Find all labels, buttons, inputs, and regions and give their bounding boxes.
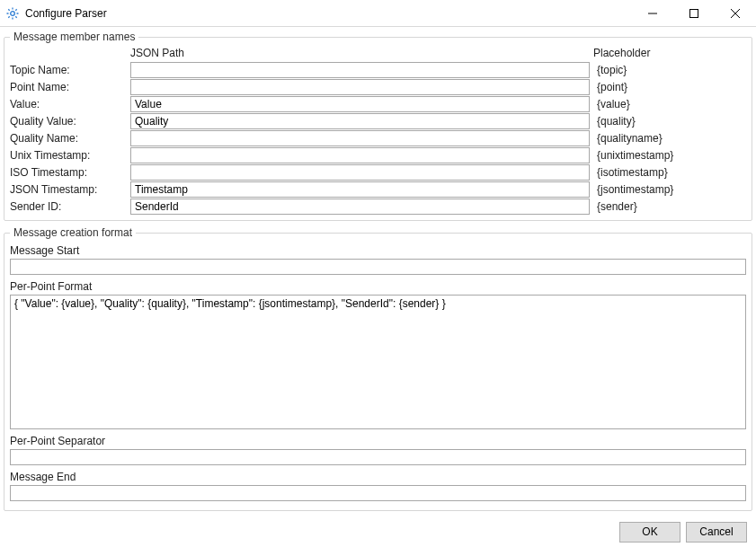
dialog-footer: OK Cancel bbox=[4, 516, 752, 547]
unix-timestamp-placeholder: {unixtimestamp} bbox=[593, 149, 746, 162]
quality-name-placeholder: {qualityname} bbox=[593, 132, 746, 145]
minimize-button[interactable] bbox=[632, 0, 673, 27]
message-start-label: Message Start bbox=[10, 244, 746, 257]
per-point-format-label: Per-Point Format bbox=[10, 280, 746, 293]
maximize-button[interactable] bbox=[673, 0, 715, 27]
json-timestamp-input[interactable] bbox=[130, 181, 590, 198]
creation-format-legend: Message creation format bbox=[10, 226, 136, 239]
gear-icon bbox=[5, 6, 20, 21]
iso-timestamp-placeholder: {isotimestamp} bbox=[593, 166, 746, 179]
row-label: Sender ID: bbox=[10, 200, 127, 213]
row-label: Value: bbox=[10, 98, 127, 110]
unix-timestamp-input[interactable] bbox=[130, 147, 590, 163]
value-input[interactable] bbox=[130, 96, 590, 112]
quality-value-input[interactable] bbox=[130, 113, 590, 129]
quality-name-input[interactable] bbox=[130, 130, 590, 146]
placeholder-header: Placeholder bbox=[593, 47, 746, 61]
sender-id-placeholder: {sender} bbox=[593, 200, 746, 213]
per-point-separator-input[interactable] bbox=[10, 449, 746, 465]
close-button[interactable] bbox=[715, 0, 756, 27]
window-title: Configure Parser bbox=[25, 7, 107, 20]
member-names-legend: Message member names bbox=[10, 31, 138, 43]
message-end-label: Message End bbox=[10, 471, 746, 483]
topic-name-placeholder: {topic} bbox=[593, 64, 746, 76]
row-label: Quality Value: bbox=[10, 115, 127, 128]
titlebar: Configure Parser bbox=[0, 0, 756, 27]
svg-point-0 bbox=[11, 11, 15, 15]
json-path-header: JSON Path bbox=[130, 47, 590, 61]
ok-button[interactable]: OK bbox=[619, 522, 680, 543]
row-label: JSON Timestamp: bbox=[10, 183, 127, 196]
window: Configure Parser Message member names JS… bbox=[0, 0, 756, 547]
topic-name-input[interactable] bbox=[130, 62, 590, 78]
iso-timestamp-input[interactable] bbox=[130, 164, 590, 181]
creation-format-group: Message creation format Message Start Pe… bbox=[4, 226, 752, 511]
message-end-input[interactable] bbox=[10, 485, 746, 501]
message-start-input[interactable] bbox=[10, 259, 746, 275]
client-area: Message member names JSON Path Placehold… bbox=[0, 27, 756, 547]
cancel-button[interactable]: Cancel bbox=[686, 522, 747, 543]
row-label: Quality Name: bbox=[10, 132, 127, 145]
member-names-group: Message member names JSON Path Placehold… bbox=[4, 31, 752, 221]
member-names-grid: JSON Path Placeholder Topic Name: {topic… bbox=[10, 47, 746, 215]
sender-id-input[interactable] bbox=[130, 199, 590, 215]
row-label: Unix Timestamp: bbox=[10, 149, 127, 162]
quality-value-placeholder: {quality} bbox=[593, 115, 746, 128]
row-label: Topic Name: bbox=[10, 64, 127, 76]
point-name-input[interactable] bbox=[130, 79, 590, 95]
point-name-placeholder: {point} bbox=[593, 81, 746, 93]
value-placeholder: {value} bbox=[593, 98, 746, 110]
row-label: ISO Timestamp: bbox=[10, 166, 127, 179]
svg-rect-1 bbox=[690, 9, 698, 17]
per-point-format-input[interactable] bbox=[10, 295, 746, 429]
json-timestamp-placeholder: {jsontimestamp} bbox=[593, 183, 746, 196]
per-point-separator-label: Per-Point Separator bbox=[10, 435, 746, 447]
row-label: Point Name: bbox=[10, 81, 127, 93]
